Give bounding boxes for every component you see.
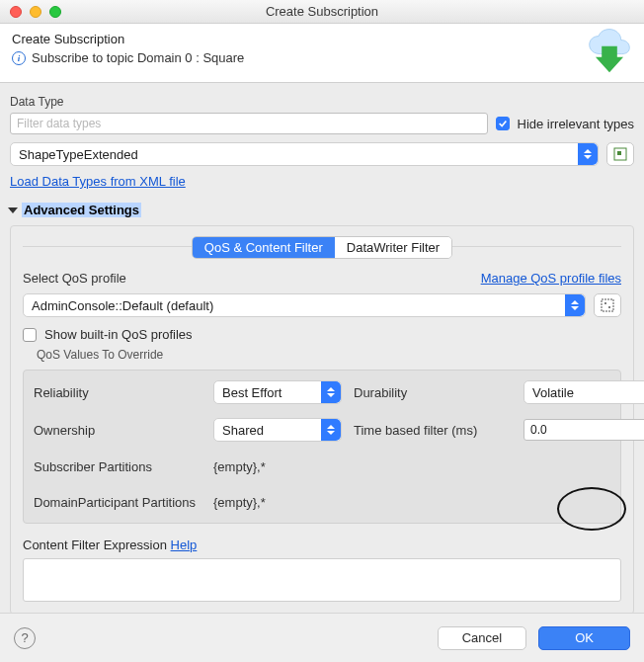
advanced-settings-label: Advanced Settings	[22, 203, 141, 217]
titlebar: Create Subscription	[0, 0, 644, 24]
dp-partitions-label: DomainParticipant Partitions	[34, 495, 201, 510]
durability-select[interactable]: Volatile	[523, 380, 644, 404]
hide-irrelevant-checkbox[interactable]	[496, 117, 510, 130]
reliability-label: Reliability	[34, 385, 201, 400]
select-stepper-icon	[565, 294, 585, 316]
content-filter-label: Content Filter Expression	[23, 538, 167, 552]
qos-profile-select[interactable]: AdminConsole::Default (default)	[23, 293, 586, 317]
manage-qos-link[interactable]: Manage QoS profile files	[481, 271, 621, 286]
qos-override-panel: Reliability Best Effort Durability Volat…	[23, 370, 621, 524]
reliability-select[interactable]: Best Effort	[213, 380, 342, 404]
show-builtin-checkbox[interactable]	[23, 328, 37, 342]
info-icon: i	[12, 51, 26, 65]
dialog-header: Create Subscription i Subscribe to topic…	[0, 24, 644, 83]
ownership-select[interactable]: Shared	[213, 418, 342, 442]
qos-profile-selected: AdminConsole::Default (default)	[32, 298, 213, 313]
content-filter-expression-input[interactable]	[23, 558, 621, 602]
filter-data-types-input[interactable]	[10, 113, 488, 134]
check-icon	[498, 119, 508, 128]
tab-datawriter-filter[interactable]: DataWriter Filter	[335, 237, 451, 258]
svg-point-4	[608, 306, 610, 308]
window-title: Create Subscription	[0, 4, 644, 19]
advanced-settings-toggle[interactable]: Advanced Settings	[10, 203, 634, 217]
dialog-title: Create Subscription	[12, 32, 632, 46]
type-detail-icon	[613, 147, 627, 161]
time-filter-input[interactable]	[523, 419, 644, 441]
hide-irrelevant-label: Hide irrelevant types	[518, 117, 635, 131]
durability-value: Volatile	[532, 385, 574, 400]
select-qos-label: Select QoS profile	[23, 271, 126, 286]
cancel-button[interactable]: Cancel	[438, 626, 526, 650]
tab-bar: QoS & Content Filter DataWriter Filter	[23, 236, 621, 259]
select-stepper-icon	[578, 143, 598, 165]
override-label: QoS Values To Override	[37, 348, 621, 362]
ownership-label: Ownership	[34, 423, 201, 438]
advanced-panel: QoS & Content Filter DataWriter Filter S…	[10, 225, 634, 615]
svg-rect-2	[602, 299, 613, 311]
dialog-footer: ? Cancel OK	[0, 613, 644, 662]
dp-partitions-value: {empty},*	[213, 495, 342, 510]
dialog-subtitle: Subscribe to topic Domain 0 : Square	[32, 50, 244, 65]
qos-profile-detail-button[interactable]	[594, 293, 621, 317]
subscriber-partitions-value: {empty},*	[213, 459, 342, 474]
detail-icon	[601, 298, 614, 312]
durability-label: Durability	[354, 385, 512, 400]
time-filter-label: Time based filter (ms)	[354, 423, 512, 438]
data-type-section-label: Data Type	[10, 95, 634, 109]
help-button[interactable]: ?	[14, 627, 36, 649]
data-type-detail-button[interactable]	[606, 142, 634, 166]
content-filter-help-link[interactable]: Help	[171, 538, 198, 552]
select-stepper-icon	[321, 381, 341, 403]
data-type-selected: ShapeTypeExtended	[19, 147, 138, 162]
ok-button[interactable]: OK	[538, 626, 630, 650]
tab-qos-content-filter[interactable]: QoS & Content Filter	[193, 237, 335, 258]
svg-rect-1	[617, 151, 621, 155]
show-builtin-label: Show built-in QoS profiles	[44, 327, 193, 342]
cloud-download-icon	[585, 28, 634, 77]
reliability-value: Best Effort	[222, 385, 282, 400]
load-xml-link[interactable]: Load Data Types from XML file	[10, 174, 186, 189]
ownership-value: Shared	[222, 423, 264, 438]
data-type-select[interactable]: ShapeTypeExtended	[10, 142, 599, 166]
svg-point-3	[604, 302, 606, 304]
select-stepper-icon	[321, 419, 341, 441]
disclosure-triangle-icon	[8, 207, 18, 213]
subscriber-partitions-label: Subscriber Partitions	[34, 459, 201, 474]
